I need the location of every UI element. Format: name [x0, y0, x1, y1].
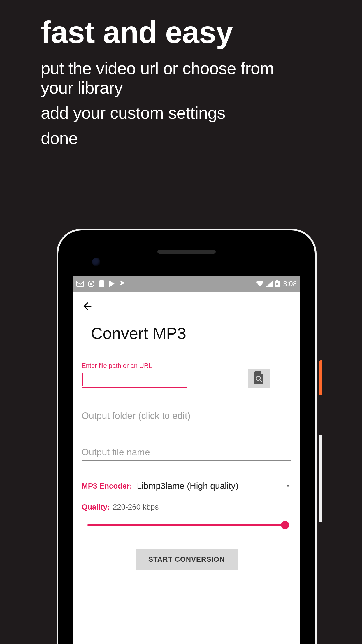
battery-charging-icon	[275, 280, 280, 287]
encoder-select[interactable]: MP3 Encoder: Libmp3lame (High quality)	[82, 481, 291, 491]
start-conversion-button[interactable]: START CONVERSION	[136, 549, 238, 570]
chevron-down-icon	[284, 482, 291, 489]
output-filename-input[interactable]	[82, 444, 291, 461]
phone-speaker	[157, 250, 216, 254]
output-folder-input[interactable]	[82, 408, 291, 424]
url-input[interactable]	[82, 372, 187, 388]
play-store-icon	[108, 280, 115, 287]
browse-file-button[interactable]	[248, 369, 270, 388]
status-time: 3:08	[283, 280, 297, 288]
slider-thumb[interactable]	[281, 521, 289, 529]
quality-row: Quality: 220-260 kbps	[82, 503, 291, 512]
encoder-value: Libmp3lame (High quality)	[137, 481, 284, 491]
quality-slider[interactable]	[87, 522, 286, 528]
url-input-label: Enter file path or an URL	[82, 362, 152, 370]
wifi-icon	[256, 281, 264, 287]
hero-line-3: done	[41, 129, 303, 148]
phone-power-button	[319, 360, 322, 395]
circle-icon	[88, 281, 94, 287]
phone-screen: 3:08 Convert MP3 Enter file path or an U…	[73, 276, 300, 644]
hero-title: fast and easy	[41, 15, 303, 50]
cell-signal-icon	[266, 281, 273, 287]
gmail-icon	[76, 281, 84, 287]
quality-value: 220-260 kbps	[113, 503, 159, 512]
slider-track	[87, 524, 286, 526]
phone-bezel: 3:08 Convert MP3 Enter file path or an U…	[65, 237, 308, 644]
encoder-label: MP3 Encoder:	[82, 482, 132, 491]
phone-volume-button	[319, 435, 322, 522]
app-content: Convert MP3 Enter file path or an URL	[73, 292, 300, 570]
text-caret	[82, 373, 83, 386]
phone-camera	[92, 258, 100, 266]
hero-line-2: add your custom settings	[41, 103, 303, 123]
svg-point-1	[90, 283, 92, 285]
status-bar: 3:08	[73, 276, 300, 292]
page-title: Convert MP3	[91, 324, 291, 343]
page-search-icon	[254, 371, 264, 385]
hero-line-1: put the video url or choose from your li…	[41, 59, 303, 97]
quality-label: Quality:	[82, 503, 110, 512]
hero: fast and easy put the video url or choos…	[41, 15, 303, 148]
phone-frame: 3:08 Convert MP3 Enter file path or an U…	[58, 230, 315, 644]
back-arrow-icon[interactable]	[82, 300, 93, 312]
play-protect-icon	[119, 280, 125, 288]
sd-card-icon	[99, 280, 104, 287]
